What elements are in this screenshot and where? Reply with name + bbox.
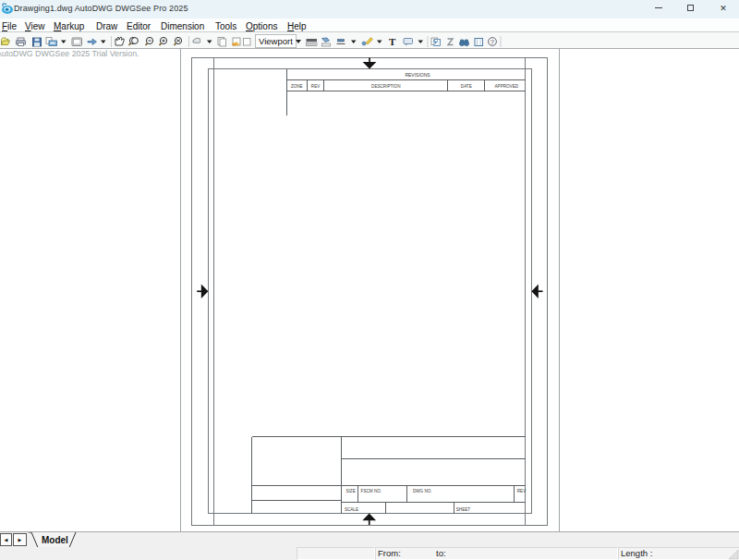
svg-text:DATE: DATE: [461, 84, 472, 89]
svg-text:REVISIONS: REVISIONS: [405, 72, 430, 78]
svg-text:FSCM NO.: FSCM NO.: [361, 489, 382, 493]
svg-text:DESCRIPTION: DESCRIPTION: [371, 84, 400, 89]
svg-text:DWG NO.: DWG NO.: [413, 489, 432, 493]
svg-text:APPROVED: APPROVED: [495, 84, 519, 89]
svg-text:SHEET: SHEET: [456, 507, 471, 512]
svg-text:REV: REV: [311, 84, 321, 89]
svg-text:ZONE: ZONE: [291, 84, 303, 89]
svg-text:REV: REV: [517, 489, 527, 493]
svg-text:?: ?: [491, 38, 494, 46]
svg-text:SIZE: SIZE: [346, 489, 356, 493]
svg-text:T: T: [389, 35, 396, 46]
svg-text:Model: Model: [42, 535, 68, 545]
svg-text:SCALE: SCALE: [345, 507, 358, 512]
